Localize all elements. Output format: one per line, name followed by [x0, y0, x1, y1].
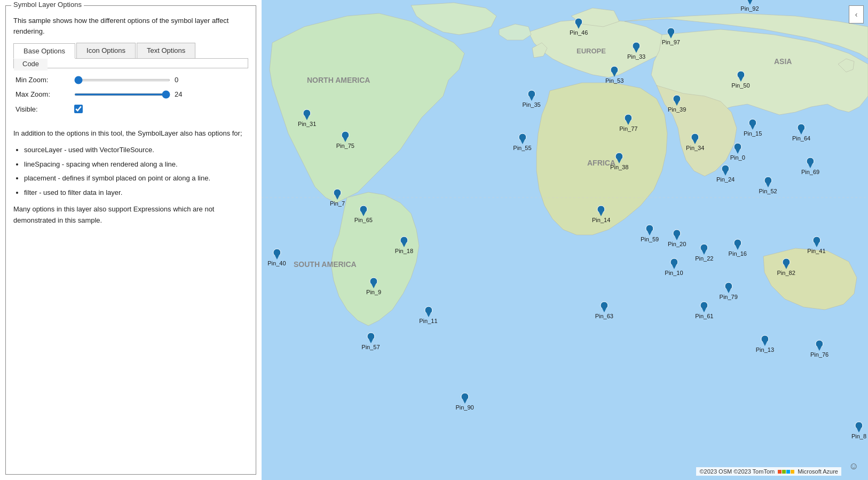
- svg-point-26: [616, 153, 623, 160]
- svg-marker-17: [799, 130, 803, 135]
- pin-svg: [815, 340, 824, 351]
- max-zoom-slider[interactable]: [74, 93, 170, 96]
- pin-svg: [812, 236, 820, 248]
- pin-svg: [667, 27, 675, 39]
- pin-label: Pin_90: [455, 404, 474, 411]
- svg-point-68: [370, 278, 377, 285]
- pin-label: Pin_77: [619, 125, 637, 132]
- svg-point-80: [461, 393, 469, 400]
- tab-icon[interactable]: Icon Options: [76, 43, 136, 58]
- svg-point-56: [734, 239, 741, 247]
- svg-point-70: [424, 306, 432, 314]
- map-pin-Pin_13: Pin_13: [756, 335, 774, 353]
- svg-point-42: [400, 237, 408, 244]
- svg-marker-13: [738, 77, 743, 82]
- svg-marker-9: [634, 49, 638, 53]
- svg-marker-51: [648, 231, 652, 235]
- pin-label: Pin_10: [665, 270, 683, 276]
- ms-sq-red: [778, 470, 782, 474]
- map-pin-Pin_52: Pin_52: [759, 176, 777, 194]
- pin-svg: [691, 133, 699, 145]
- label-europe: EUROPE: [577, 47, 606, 55]
- pin-svg: [745, 0, 754, 5]
- svg-point-34: [518, 133, 526, 141]
- map-pin-Pin_90: Pin_90: [455, 392, 474, 411]
- min-zoom-slider[interactable]: [74, 79, 170, 81]
- svg-marker-31: [305, 116, 309, 120]
- visible-label: Visible:: [15, 105, 74, 113]
- map-pin-Pin_20: Pin_20: [668, 229, 686, 247]
- max-zoom-slider-container: 24: [74, 90, 185, 98]
- svg-point-40: [597, 206, 605, 213]
- svg-point-48: [807, 158, 814, 165]
- pin-svg: [721, 164, 730, 176]
- pin-label: Pin_65: [354, 217, 373, 223]
- pin-svg: [855, 421, 863, 433]
- map-pin-Pin_46: Pin_46: [570, 18, 588, 36]
- feedback-button[interactable]: ☺: [849, 461, 864, 476]
- svg-marker-35: [520, 140, 524, 144]
- map-pin-Pin_79: Pin_79: [720, 282, 738, 300]
- visible-checkbox[interactable]: [74, 105, 83, 113]
- svg-marker-43: [402, 243, 406, 247]
- map-pin-Pin_18: Pin_18: [395, 236, 413, 254]
- pin-label: Pin_7: [330, 200, 345, 207]
- map-pin-Pin_92: Pin_92: [740, 0, 759, 12]
- pin-svg: [615, 152, 624, 164]
- pin-svg: [632, 42, 641, 53]
- pin-label: Pin_13: [756, 347, 774, 353]
- tab-text[interactable]: Text Options: [137, 43, 195, 58]
- collapse-button[interactable]: ‹: [849, 5, 864, 23]
- svg-marker-65: [727, 289, 731, 293]
- map-pin-Pin_77: Pin_77: [619, 114, 637, 132]
- pin-label: Pin_35: [522, 101, 540, 108]
- pin-svg: [461, 392, 469, 404]
- pin-svg: [527, 90, 536, 101]
- svg-marker-45: [723, 171, 728, 176]
- pin-label: Pin_22: [695, 255, 713, 262]
- map-pin-Pin_75: Pin_75: [336, 131, 354, 149]
- svg-point-24: [734, 143, 741, 151]
- map-pin-Pin_76: Pin_76: [810, 340, 828, 358]
- map-pin-Pin_16: Pin_16: [729, 239, 747, 257]
- pin-label: Pin_82: [777, 270, 795, 276]
- map-pin-Pin_57: Pin_57: [361, 332, 380, 350]
- svg-point-22: [691, 133, 699, 141]
- tab-base[interactable]: Base Options: [13, 43, 75, 59]
- map-pin-Pin_0: Pin_0: [730, 143, 745, 161]
- ms-sq-blue: [786, 470, 790, 474]
- ms-sq-green: [782, 470, 786, 474]
- svg-point-52: [673, 230, 681, 237]
- svg-point-32: [342, 131, 349, 139]
- svg-marker-57: [736, 246, 740, 250]
- svg-point-30: [303, 109, 311, 117]
- svg-marker-63: [784, 265, 788, 269]
- label-asia: ASIA: [774, 57, 792, 66]
- map-area[interactable]: NORTH AMERICA SOUTH AMERICA EUROPE AFRIC…: [262, 0, 868, 480]
- info-footer: Many options in this layer also support …: [13, 204, 248, 226]
- svg-marker-15: [751, 125, 755, 130]
- tabs-container: Base Options Icon Options Text Options: [13, 43, 248, 59]
- pin-label: Pin_15: [744, 130, 762, 137]
- svg-point-72: [601, 302, 608, 309]
- svg-marker-11: [612, 73, 617, 77]
- pin-label: Pin_64: [792, 135, 810, 141]
- svg-marker-77: [763, 342, 767, 346]
- svg-marker-67: [702, 308, 706, 312]
- pin-svg: [424, 306, 432, 318]
- pin-label: Pin_57: [361, 344, 380, 350]
- pin-label: Pin_53: [605, 77, 624, 84]
- brand-label: Microsoft Azure: [798, 468, 838, 475]
- svg-point-60: [812, 237, 820, 244]
- pin-label: Pin_8: [851, 433, 866, 439]
- info-item-3: filter - used to filter data in layer.: [24, 187, 248, 199]
- pin-svg: [782, 258, 791, 270]
- min-zoom-value: 0: [175, 76, 185, 84]
- map-pin-Pin_34: Pin_34: [686, 133, 704, 151]
- info-intro: In addition to the options in this tool,…: [13, 128, 248, 139]
- pin-svg: [748, 119, 757, 130]
- pin-label: Pin_31: [298, 121, 316, 127]
- svg-point-62: [783, 258, 790, 266]
- svg-marker-21: [626, 121, 630, 125]
- pin-svg: [700, 301, 708, 313]
